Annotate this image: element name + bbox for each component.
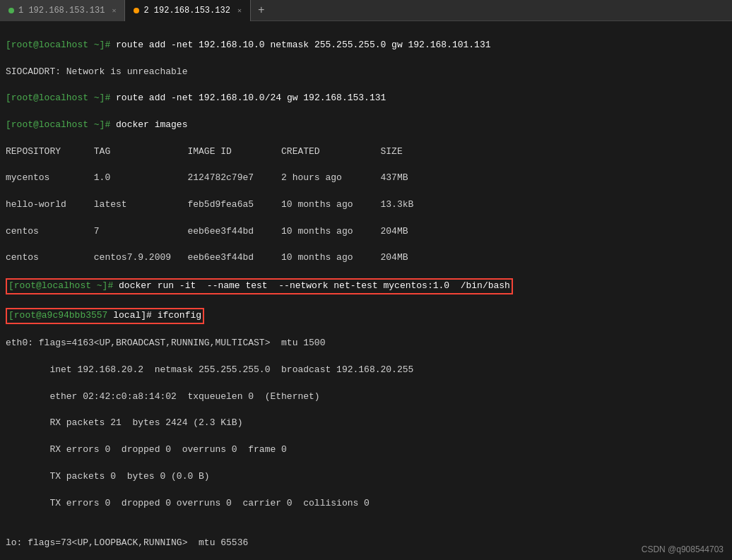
line-11: [root@a9c94bbb3557 local]# ifconfig	[6, 308, 726, 324]
line-13: inet 192.168.20.2 netmask 255.255.255.0 …	[6, 364, 726, 377]
tab-1[interactable]: 1 192.168.153.131 ✕	[0, 0, 125, 21]
tab-1-close[interactable]: ✕	[112, 6, 116, 15]
line-8: centos 7 eeb6ee3f44bd 10 months ago 204M…	[6, 225, 726, 239]
terminal[interactable]: [root@localhost ~]# route add -net 192.1…	[0, 21, 732, 560]
line-15: RX packets 21 bytes 2424 (2.3 KiB)	[6, 417, 726, 430]
line-9: centos centos7.9.2009 eeb6ee3f44bd 10 mo…	[6, 251, 726, 265]
line-3: [root@localhost ~]# route add -net 192.1…	[6, 92, 726, 105]
line-5: REPOSITORY TAG IMAGE ID CREATED SIZE	[6, 145, 726, 159]
tab-add-button[interactable]: +	[251, 4, 272, 17]
line-18: TX errors 0 dropped 0 overruns 0 carrier…	[6, 497, 726, 511]
tab-bar: 1 192.168.153.131 ✕ 2 192.168.153.132 ✕ …	[0, 0, 732, 21]
line-17: TX packets 0 bytes 0 (0.0 B)	[6, 470, 726, 484]
line-16: RX errors 0 dropped 0 overruns 0 frame 0	[6, 443, 726, 457]
line-12: eth0: flags=4163<UP,BROADCAST,RUNNING,MU…	[6, 337, 726, 350]
tab-2-dot	[134, 8, 139, 13]
line-6: mycentos 1.0 2124782c79e7 2 hours ago 43…	[6, 172, 726, 185]
line-10: [root@localhost ~]# docker run -it --nam…	[6, 278, 726, 294]
line-1: [root@localhost ~]# route add -net 192.1…	[6, 39, 726, 52]
line-14: ether 02:42:c0:a8:14:02 txqueuelen 0 (Et…	[6, 391, 726, 404]
tab-1-label: 1 192.168.153.131	[18, 6, 105, 16]
line-7: hello-world latest feb5d9fea6a5 10 month…	[6, 198, 726, 212]
line-4: [root@localhost ~]# docker images	[6, 119, 726, 132]
tab-2-close[interactable]: ✕	[237, 6, 242, 15]
tab-2-label: 2 192.168.153.132	[143, 6, 230, 16]
line-20: lo: flags=73<UP,LOOPBACK,RUNNING> mtu 65…	[6, 537, 726, 550]
line-2: SIOCADDRT: Network is unreachable	[6, 66, 726, 79]
tab-2[interactable]: 2 192.168.153.132 ✕	[125, 0, 250, 21]
watermark: CSDN @q908544703	[642, 544, 724, 554]
tab-1-dot	[8, 8, 14, 13]
